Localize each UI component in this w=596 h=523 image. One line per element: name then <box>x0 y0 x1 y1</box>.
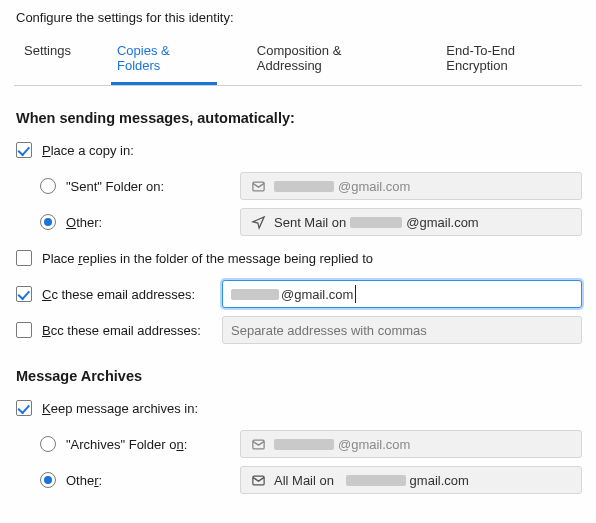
bcc-checkbox[interactable] <box>16 322 32 338</box>
envelope-icon <box>251 179 266 194</box>
archives-other-radio[interactable] <box>40 472 56 488</box>
keep-archives-checkbox[interactable] <box>16 400 32 416</box>
tab-e2e-encryption[interactable]: End-To-End Encryption <box>440 33 578 85</box>
send-icon <box>251 215 266 230</box>
cc-checkbox[interactable] <box>16 286 32 302</box>
sent-folder-account-select[interactable]: @gmail.com <box>240 172 582 200</box>
tab-settings[interactable]: Settings <box>18 33 77 85</box>
place-replies-row[interactable]: Place replies in the folder of the messa… <box>14 244 582 272</box>
sending-other-label: Other: <box>66 215 102 230</box>
cc-label: Cc these email addresses: <box>42 287 195 302</box>
cc-input[interactable]: @gmail.com <box>222 280 582 308</box>
archives-folder-label: "Archives" Folder on: <box>66 437 187 452</box>
sent-folder-label: "Sent" Folder on: <box>66 179 164 194</box>
place-copy-label: Place a copy in: <box>42 143 134 158</box>
section-archives-title: Message Archives <box>16 368 582 384</box>
cc-row: Cc these email addresses: @gmail.com <box>14 280 582 308</box>
tab-copies-folders[interactable]: Copies & Folders <box>111 33 217 85</box>
archives-folder-radio[interactable] <box>40 436 56 452</box>
cc-value-redacted <box>231 289 279 300</box>
bcc-row: Bcc these email addresses: <box>14 316 582 344</box>
keep-archives-label: Keep message archives in: <box>42 401 198 416</box>
sending-other-row: Other: Sent Mail on @gmail.com <box>14 208 582 236</box>
sent-folder-radio[interactable] <box>40 178 56 194</box>
archives-folder-account-select[interactable]: @gmail.com <box>240 430 582 458</box>
cc-value-suffix: @gmail.com <box>281 287 353 302</box>
sent-folder-account-value: @gmail.com <box>274 179 410 194</box>
envelope-icon <box>251 437 266 452</box>
tabs: Settings Copies & Folders Composition & … <box>14 33 582 86</box>
sending-other-radio[interactable] <box>40 214 56 230</box>
place-replies-label: Place replies in the folder of the messa… <box>42 251 373 266</box>
bcc-input[interactable] <box>222 316 582 344</box>
place-replies-checkbox[interactable] <box>16 250 32 266</box>
tab-composition[interactable]: Composition & Addressing <box>251 33 406 85</box>
archives-other-folder-value: All Mail on gmail.com <box>274 473 469 488</box>
sending-other-folder-value: Sent Mail on @gmail.com <box>274 215 479 230</box>
sending-other-folder-select[interactable]: Sent Mail on @gmail.com <box>240 208 582 236</box>
archives-folder-account-value: @gmail.com <box>274 437 410 452</box>
sent-folder-row: "Sent" Folder on: @gmail.com <box>14 172 582 200</box>
bcc-label: Bcc these email addresses: <box>42 323 201 338</box>
keep-archives-row[interactable]: Keep message archives in: <box>14 394 582 422</box>
configure-identity-text: Configure the settings for this identity… <box>16 10 582 25</box>
archives-folder-row: "Archives" Folder on: @gmail.com <box>14 430 582 458</box>
place-copy-row[interactable]: Place a copy in: <box>14 136 582 164</box>
envelope-icon <box>251 473 266 488</box>
section-sending-title: When sending messages, automatically: <box>16 110 582 126</box>
place-copy-checkbox[interactable] <box>16 142 32 158</box>
archives-other-row: Other: All Mail on gmail.com <box>14 466 582 494</box>
archives-other-label: Other: <box>66 473 102 488</box>
archives-other-folder-select[interactable]: All Mail on gmail.com <box>240 466 582 494</box>
